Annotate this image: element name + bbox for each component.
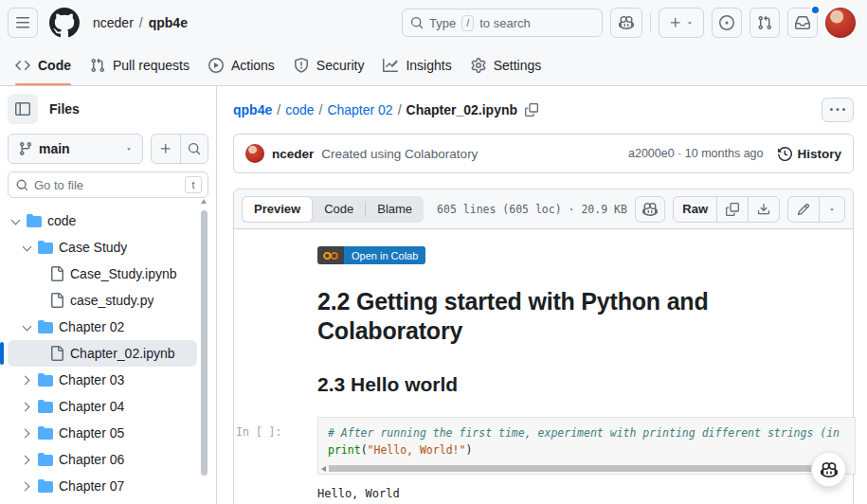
edit-dropdown-button[interactable]	[819, 197, 844, 222]
git-branch-icon	[18, 141, 33, 156]
pull-requests-button[interactable]	[750, 8, 780, 38]
scrollbar-thumb[interactable]	[201, 210, 208, 476]
add-file-button[interactable]	[152, 135, 179, 163]
file-icon	[49, 293, 64, 308]
t-key-hint: t	[185, 176, 202, 193]
copy-path-icon[interactable]	[525, 103, 538, 117]
branch-selector[interactable]: main	[8, 134, 143, 164]
folder-icon	[38, 452, 53, 467]
tab-actions[interactable]: Actions	[201, 51, 282, 80]
download-button[interactable]	[748, 197, 779, 222]
create-new-button[interactable]	[659, 8, 704, 38]
file-toolbar: Preview Code Blame 605 lines (605 loc) ·…	[234, 189, 853, 229]
copilot-button[interactable]	[610, 8, 642, 38]
tree-item-label: Chapter 06	[59, 452, 124, 467]
app-header: nceder / qpb4e Type / to search	[0, 0, 867, 86]
search-placeholder-suffix: to search	[479, 16, 530, 30]
file-breadcrumb: qpb4e / code / Chapter 02 / Chapter_02.i…	[233, 96, 854, 124]
tab-label: Code	[324, 202, 353, 216]
tab-preview[interactable]: Preview	[242, 196, 313, 223]
tree-item-label: Chapter 04	[59, 399, 124, 414]
copilot-icon	[619, 15, 634, 30]
user-avatar[interactable]	[825, 8, 856, 38]
tree-item-label: Chapter 02	[59, 319, 124, 334]
tree-item-file[interactable]: Case_Study.ipynb	[8, 261, 197, 287]
notebook-heading-2-3: 2.3 Hello world	[317, 373, 853, 396]
chevron-down-icon	[125, 145, 133, 153]
raw-copy-download-group: Raw	[673, 196, 780, 223]
graph-icon	[383, 58, 398, 73]
view-mode-segmented-control: Preview Code Blame	[242, 196, 424, 223]
tree-item-file-selected[interactable]: Chapter_02.ipynb	[8, 340, 197, 367]
hamburger-menu-button[interactable]	[8, 8, 38, 38]
issue-opened-icon	[719, 15, 734, 30]
tree-scrollbar[interactable]	[201, 201, 208, 504]
copilot-file-button[interactable]	[635, 196, 665, 223]
code-cell-input[interactable]: # After running the first time, experime…	[317, 417, 856, 475]
breadcrumb-file-name: Chapter_02.ipynb	[406, 102, 517, 117]
copy-raw-button[interactable]	[716, 197, 748, 222]
raw-button[interactable]: Raw	[674, 197, 716, 222]
open-in-colab-badge[interactable]: Open in Colab	[317, 246, 425, 264]
github-logo-icon[interactable]	[49, 8, 80, 38]
scrollbar-thumb[interactable]	[329, 465, 845, 472]
more-options-button[interactable]	[822, 98, 854, 122]
raw-label: Raw	[682, 202, 708, 216]
repo-context-breadcrumb: nceder / qpb4e	[93, 15, 188, 30]
commit-sha-time[interactable]: a2000e0 · 10 months ago	[628, 147, 763, 160]
tree-item-folder[interactable]: Chapter 07	[8, 473, 197, 499]
global-search-input[interactable]: Type / to search	[402, 9, 603, 37]
tab-pull-requests[interactable]: Pull requests	[82, 51, 197, 80]
tab-settings[interactable]: Settings	[463, 51, 550, 80]
breadcrumb-folder-link[interactable]: Chapter 02	[327, 102, 392, 117]
history-button[interactable]: History	[778, 147, 841, 161]
files-header: Files	[8, 94, 208, 124]
tree-item-file[interactable]: case_study.py	[8, 287, 197, 314]
collapse-sidebar-button[interactable]	[8, 94, 38, 124]
tab-blame[interactable]: Blame	[366, 196, 424, 223]
tab-code-view[interactable]: Code	[313, 196, 365, 223]
edit-file-button[interactable]	[788, 197, 819, 222]
tree-item-folder[interactable]: Chapter 05	[8, 420, 197, 446]
file-meta-info: 605 lines (605 loc) · 20.9 KB	[437, 203, 627, 216]
commit-message[interactable]: Created using Colaboratory	[321, 147, 478, 161]
tab-code[interactable]: Code	[8, 51, 79, 80]
tree-item-folder[interactable]: Chapter 02	[8, 314, 197, 340]
search-tree-button[interactable]	[180, 135, 208, 163]
commit-author-name[interactable]: nceder	[272, 147, 314, 161]
tree-item-folder[interactable]: code	[8, 207, 197, 234]
folder-icon	[38, 372, 53, 387]
side-panel-icon	[15, 101, 30, 117]
kebab-icon	[830, 102, 845, 117]
gear-icon	[471, 58, 486, 73]
code-keyword: print	[328, 443, 361, 457]
issues-button[interactable]	[712, 8, 742, 38]
tree-item-folder[interactable]: Chapter 04	[8, 393, 197, 420]
chevron-right-icon	[21, 480, 32, 492]
tab-insights[interactable]: Insights	[375, 51, 459, 80]
global-header-row: nceder / qpb4e Type / to search	[0, 0, 867, 45]
latest-commit-bar: nceder Created using Colaboratory a2000e…	[233, 134, 854, 173]
tree-item-folder[interactable]: Chapter 06	[8, 446, 197, 473]
copilot-floating-button[interactable]	[811, 452, 846, 487]
copilot-icon	[821, 461, 838, 478]
cell-horizontal-scrollbar[interactable]	[319, 464, 854, 473]
breadcrumb-repo-link[interactable]: qpb4e	[233, 102, 272, 117]
breadcrumb-folder-link[interactable]: code	[285, 102, 314, 117]
tree-item-label: Chapter_02.ipynb	[70, 346, 175, 361]
git-pull-request-icon	[757, 15, 772, 30]
chevron-right-icon	[21, 374, 32, 386]
repo-name-link[interactable]: qpb4e	[149, 15, 188, 30]
file-content-panel: Preview Code Blame 605 lines (605 loc) ·…	[233, 189, 854, 504]
tree-item-folder[interactable]: Chapter 03	[8, 367, 197, 393]
go-to-file-input[interactable]	[34, 178, 179, 192]
commit-author-avatar[interactable]	[245, 144, 264, 163]
slash-key-hint: /	[461, 15, 474, 31]
edit-button-group	[787, 196, 845, 223]
chevron-down-icon	[21, 242, 32, 253]
tree-item-label: Chapter 07	[59, 478, 124, 494]
repo-owner-link[interactable]: nceder	[93, 15, 134, 30]
tab-security[interactable]: Security	[286, 51, 372, 80]
tree-item-folder[interactable]: Case Study	[8, 234, 197, 261]
inbox-button[interactable]	[787, 8, 818, 38]
